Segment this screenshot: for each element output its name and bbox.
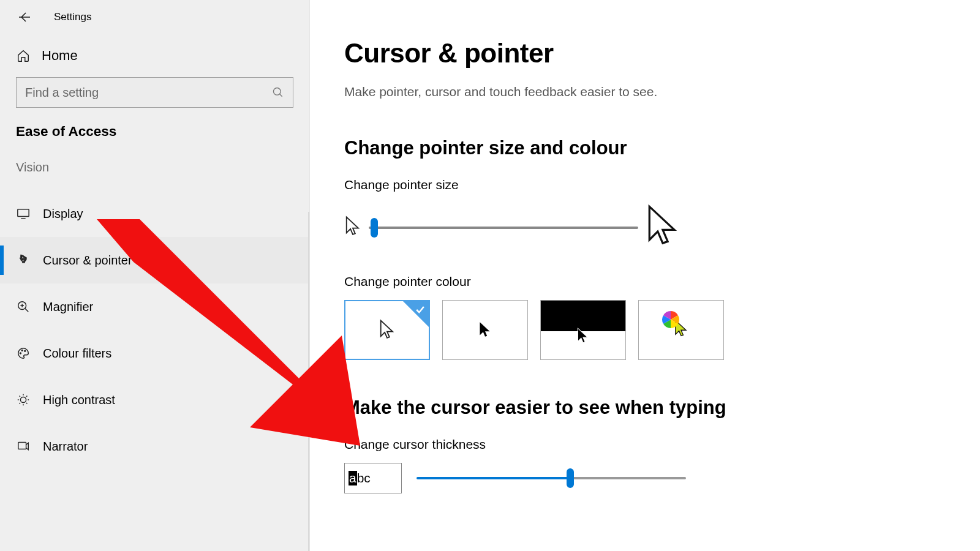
sidebar-item-label: Narrator (43, 440, 88, 454)
sidebar: Settings Home Find a setting Ease of Acc… (0, 0, 310, 551)
cursor-icon (379, 319, 395, 341)
app-title: Settings (54, 11, 91, 23)
section-pointer-size-colour: Change pointer size and colour (344, 137, 946, 159)
sidebar-item-label: Colour filters (43, 347, 111, 361)
pointer-colour-black[interactable] (442, 300, 528, 360)
pointer-colour-custom[interactable] (638, 300, 724, 360)
page-subtitle: Make pointer, cursor and touch feedback … (344, 84, 946, 99)
home-label: Home (42, 48, 78, 64)
palette-icon (16, 346, 31, 361)
sidebar-item-home[interactable]: Home (0, 37, 309, 77)
svg-point-4 (21, 350, 23, 351)
sidebar-item-display[interactable]: Display (0, 190, 309, 237)
search-placeholder: Find a setting (25, 86, 99, 100)
slider-thumb[interactable] (371, 218, 378, 238)
home-icon (16, 48, 31, 63)
group-label-vision: Vision (0, 160, 309, 190)
magnifier-icon (16, 299, 31, 314)
back-button[interactable] (16, 9, 33, 26)
sidebar-item-label: Cursor & pointer (43, 253, 132, 268)
sidebar-item-colour-filters[interactable]: Colour filters (0, 330, 309, 377)
cursor-thickness-preview: abc (344, 463, 402, 493)
svg-point-5 (24, 350, 26, 351)
main-content: Cursor & pointer Make pointer, cursor an… (310, 0, 980, 551)
sidebar-item-label: Display (43, 207, 83, 221)
pointer-size-slider[interactable] (369, 227, 638, 229)
narrator-icon (16, 439, 31, 454)
svg-point-3 (20, 353, 21, 354)
sidebar-item-cursor-pointer[interactable]: Cursor & pointer (0, 237, 309, 283)
pointer-colour-white[interactable] (344, 300, 430, 360)
section-cursor-typing: Make the cursor easier to see when typin… (344, 397, 946, 419)
cursor-thickness-slider[interactable] (417, 468, 686, 488)
cursor-icon (478, 321, 492, 339)
category-title: Ease of Access (0, 124, 309, 160)
svg-point-0 (274, 88, 281, 96)
page-title: Cursor & pointer (344, 38, 946, 69)
sidebar-divider (308, 212, 309, 551)
contrast-icon (16, 392, 31, 407)
svg-rect-1 (18, 209, 29, 217)
pointer-icon (16, 253, 31, 268)
slider-thumb[interactable] (567, 468, 574, 488)
sidebar-item-label: High contrast (43, 393, 115, 407)
search-input[interactable]: Find a setting (16, 77, 293, 108)
sidebar-item-narrator[interactable]: Narrator (0, 423, 309, 470)
colour-wheel-icon (662, 310, 680, 329)
check-icon (414, 304, 426, 318)
arrow-left-icon (17, 10, 32, 24)
sidebar-item-label: Magnifier (43, 300, 93, 314)
cursor-small-icon (344, 216, 361, 240)
search-icon (272, 86, 284, 99)
svg-point-6 (20, 397, 26, 402)
pointer-size-label: Change pointer size (344, 178, 946, 192)
svg-rect-7 (18, 443, 26, 449)
sidebar-item-magnifier[interactable]: Magnifier (0, 283, 309, 330)
display-icon (16, 206, 31, 221)
cursor-thickness-label: Change cursor thickness (344, 437, 946, 452)
cursor-icon (576, 327, 590, 345)
cursor-large-icon (646, 203, 680, 252)
pointer-colour-inverted[interactable] (540, 300, 626, 360)
sidebar-item-high-contrast[interactable]: High contrast (0, 377, 309, 423)
pointer-colour-label: Change pointer colour (344, 274, 946, 289)
